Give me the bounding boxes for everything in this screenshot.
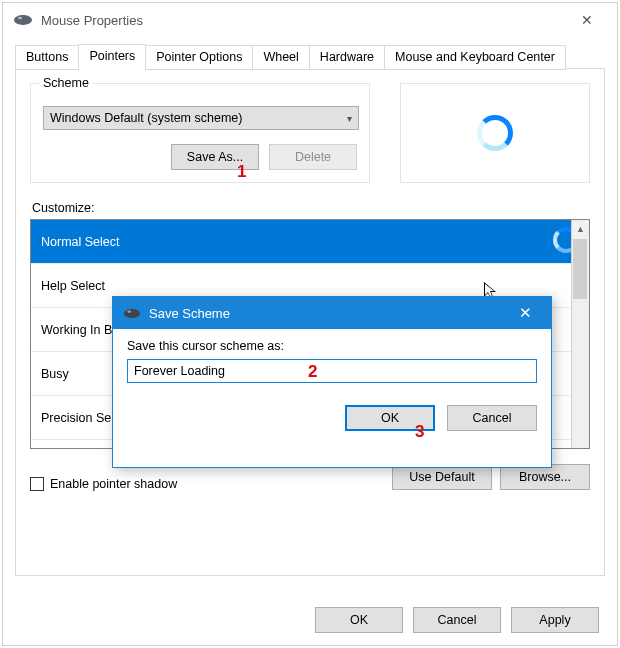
cancel-button[interactable]: Cancel: [413, 607, 501, 633]
list-item-label: Busy: [41, 367, 69, 381]
scheme-select[interactable]: Windows Default (system scheme) ▾: [43, 106, 359, 130]
scheme-name-input[interactable]: [127, 359, 537, 383]
tab-wheel[interactable]: Wheel: [252, 45, 309, 70]
list-item-label: Normal Select: [41, 235, 120, 249]
scheme-selected-text: Windows Default (system scheme): [50, 111, 242, 125]
delete-button: Delete: [269, 144, 357, 170]
enable-pointer-shadow-checkbox[interactable]: [30, 477, 44, 491]
svg-point-4: [124, 309, 140, 318]
save-scheme-close-button[interactable]: ✕: [509, 304, 541, 322]
tab-hardware[interactable]: Hardware: [309, 45, 385, 70]
annotation-2: 2: [308, 362, 317, 382]
listbox-vertical-scrollbar[interactable]: ▲: [571, 220, 589, 448]
scheme-groupbox: Scheme Windows Default (system scheme) ▾…: [30, 83, 370, 183]
tab-pointers[interactable]: Pointers: [78, 44, 146, 69]
save-scheme-label: Save this cursor scheme as:: [127, 339, 537, 353]
annotation-3: 3: [415, 422, 424, 442]
tab-pointer-options[interactable]: Pointer Options: [145, 45, 253, 70]
save-scheme-titlebar: Save Scheme ✕: [113, 297, 551, 329]
tabstrip: Buttons Pointers Pointer Options Wheel H…: [15, 44, 605, 69]
enable-pointer-shadow-row[interactable]: Enable pointer shadow: [30, 477, 177, 491]
scheme-legend: Scheme: [39, 76, 93, 90]
save-scheme-dialog: Save Scheme ✕ Save this cursor scheme as…: [112, 296, 552, 468]
scroll-up-arrow-icon[interactable]: ▲: [572, 220, 589, 238]
window-close-button[interactable]: ✕: [567, 5, 607, 35]
chevron-down-icon: ▾: [347, 113, 352, 124]
apply-button[interactable]: Apply: [511, 607, 599, 633]
tab-buttons[interactable]: Buttons: [15, 45, 79, 70]
window-title: Mouse Properties: [41, 13, 143, 28]
scroll-thumb[interactable]: [573, 239, 587, 299]
save-scheme-title: Save Scheme: [149, 306, 230, 321]
pointer-preview: [400, 83, 590, 183]
titlebar: Mouse Properties ✕: [3, 3, 617, 37]
enable-pointer-shadow-label: Enable pointer shadow: [50, 477, 177, 491]
svg-point-0: [14, 15, 32, 25]
list-item-label: Help Select: [41, 279, 105, 293]
customize-label: Customize:: [32, 201, 590, 215]
tab-mouse-keyboard-center[interactable]: Mouse and Keyboard Center: [384, 45, 566, 70]
svg-point-1: [18, 17, 22, 19]
busy-ring-icon: [477, 115, 513, 151]
save-scheme-cancel-button[interactable]: Cancel: [447, 405, 537, 431]
ok-button[interactable]: OK: [315, 607, 403, 633]
mouse-icon: [13, 14, 33, 26]
dialog-footer: OK Cancel Apply: [315, 607, 599, 633]
annotation-1: 1: [237, 162, 246, 182]
list-item-normal-select[interactable]: Normal Select: [31, 220, 589, 264]
svg-point-5: [127, 310, 131, 312]
mouse-icon: [123, 308, 141, 319]
